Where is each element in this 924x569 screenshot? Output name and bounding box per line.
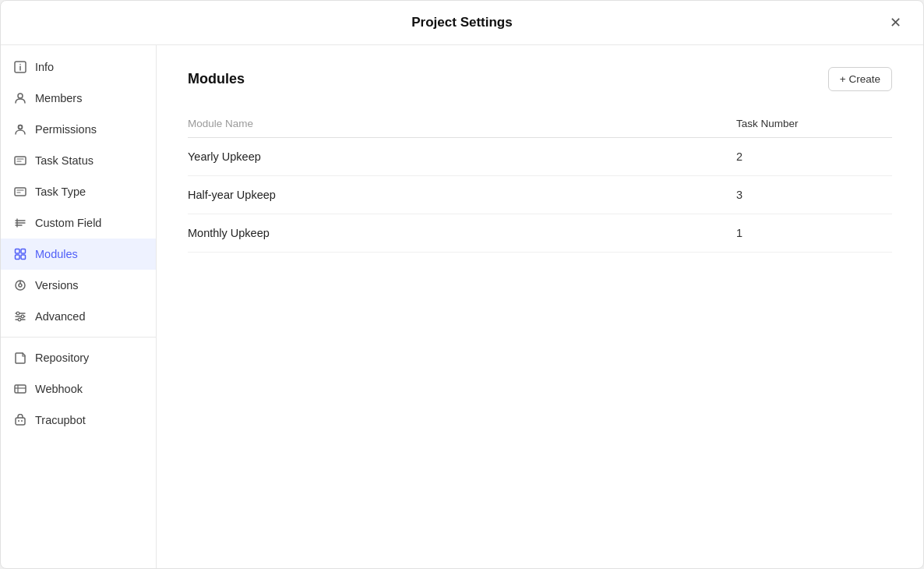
table-header: Module Name Task Number	[188, 110, 892, 138]
close-icon: ✕	[890, 14, 901, 31]
svg-point-27	[16, 312, 19, 315]
modules-icon	[13, 247, 27, 261]
module-name-0: Yearly Upkeep	[188, 150, 736, 163]
sidebar-label-task-type: Task Type	[35, 186, 86, 198]
sidebar-label-custom-field: Custom Field	[35, 217, 101, 229]
table-row[interactable]: Monthly Upkeep 1	[188, 214, 892, 253]
sidebar-item-modules[interactable]: Modules	[1, 239, 156, 270]
modal-header: Project Settings ✕	[1, 1, 923, 45]
tracupbot-icon	[13, 413, 27, 427]
svg-rect-20	[21, 255, 26, 260]
svg-rect-30	[15, 385, 26, 393]
sidebar-item-webhook[interactable]: Webhook	[1, 373, 156, 405]
sidebar-item-custom-field[interactable]: Custom Field	[1, 207, 156, 239]
sidebar-item-versions[interactable]: Versions	[1, 270, 156, 301]
sidebar-item-advanced[interactable]: Advanced	[1, 301, 156, 332]
sidebar-divider	[1, 337, 156, 338]
module-tasks-1: 3	[736, 189, 892, 201]
sidebar-item-permissions[interactable]: Permissions	[1, 114, 156, 145]
modal-title: Project Settings	[411, 15, 512, 30]
versions-icon	[13, 278, 27, 292]
svg-point-29	[18, 318, 21, 321]
table-row[interactable]: Half-year Upkeep 3	[188, 176, 892, 214]
sidebar-label-versions: Versions	[35, 279, 79, 292]
sidebar-item-task-type[interactable]: Task Type	[1, 176, 156, 207]
svg-rect-19	[16, 255, 20, 260]
col-header-tasks: Task Number	[736, 118, 892, 129]
advanced-icon	[13, 309, 27, 323]
sidebar-item-repository[interactable]: Repository	[1, 342, 156, 373]
sidebar-label-modules: Modules	[35, 248, 78, 260]
custom-field-icon	[13, 216, 27, 230]
svg-rect-17	[16, 249, 20, 254]
sidebar-label-permissions: Permissions	[35, 123, 97, 136]
svg-point-22	[19, 284, 22, 287]
sidebar-label-task-status: Task Status	[35, 154, 93, 167]
module-name-1: Half-year Upkeep	[188, 189, 736, 201]
sidebar-label-tracupbot: Tracupbot	[35, 414, 86, 426]
members-icon	[13, 91, 27, 105]
sidebar-label-members: Members	[35, 92, 82, 104]
col-header-name: Module Name	[188, 118, 736, 129]
modal-body: Info Members	[1, 45, 923, 568]
task-type-icon	[13, 185, 27, 199]
sidebar-label-webhook: Webhook	[35, 383, 83, 395]
section-title: Modules	[188, 71, 245, 87]
sidebar-label-info: Info	[35, 61, 54, 73]
repository-icon	[13, 351, 27, 365]
svg-rect-18	[21, 249, 26, 254]
svg-rect-33	[16, 418, 25, 425]
task-status-icon	[13, 154, 27, 168]
svg-point-28	[21, 315, 24, 318]
module-tasks-2: 1	[736, 227, 892, 239]
create-button[interactable]: + Create	[828, 67, 892, 91]
sidebar: Info Members	[1, 45, 157, 568]
svg-point-34	[18, 420, 19, 422]
svg-point-35	[21, 420, 23, 422]
module-name-2: Monthly Upkeep	[188, 227, 736, 239]
sidebar-label-advanced: Advanced	[35, 310, 86, 323]
main-content: Modules + Create Module Name Task Number…	[157, 45, 923, 568]
svg-point-3	[18, 94, 23, 98]
sidebar-item-info[interactable]: Info	[1, 51, 156, 83]
webhook-icon	[13, 382, 27, 396]
section-header: Modules + Create	[188, 67, 892, 91]
sidebar-item-tracupbot[interactable]: Tracupbot	[1, 405, 156, 436]
modules-table: Module Name Task Number Yearly Upkeep 2 …	[188, 110, 892, 253]
table-row[interactable]: Yearly Upkeep 2	[188, 138, 892, 176]
svg-point-2	[19, 64, 21, 65]
sidebar-label-repository: Repository	[35, 352, 89, 364]
svg-rect-10	[15, 188, 26, 196]
svg-point-5	[19, 125, 23, 129]
module-tasks-0: 2	[736, 150, 892, 163]
close-button[interactable]: ✕	[883, 10, 908, 35]
sidebar-item-task-status[interactable]: Task Status	[1, 145, 156, 176]
info-icon	[13, 60, 27, 74]
svg-rect-7	[15, 157, 26, 164]
sidebar-item-members[interactable]: Members	[1, 83, 156, 114]
project-settings-modal: Project Settings ✕ Info	[0, 0, 924, 569]
permissions-icon	[13, 122, 27, 136]
